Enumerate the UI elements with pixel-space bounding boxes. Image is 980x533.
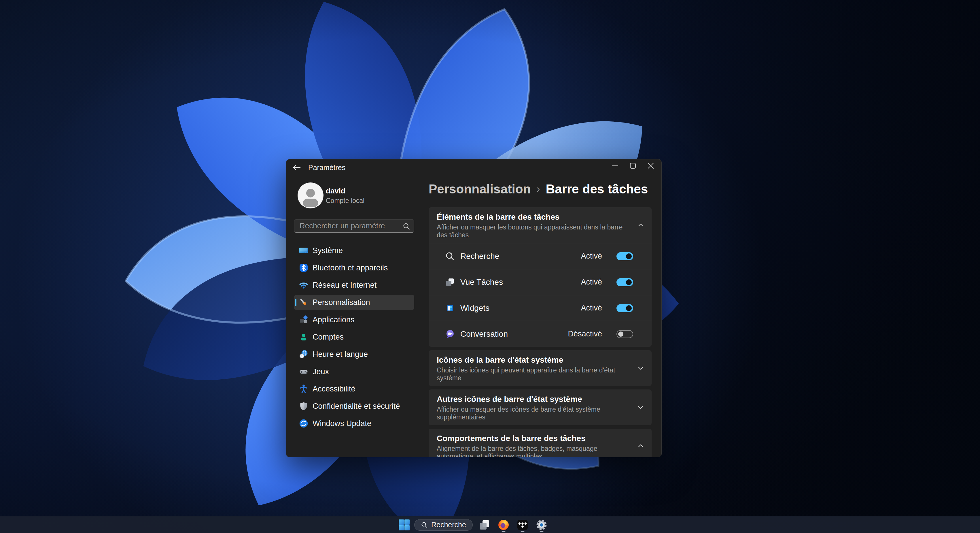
start-button[interactable] — [398, 517, 411, 532]
section-subtitle: Choisir les icônes qui peuvent apparaîtr… — [437, 366, 632, 382]
sidebar-item-personalization[interactable]: Personnalisation — [294, 295, 414, 310]
close-button[interactable] — [642, 160, 660, 172]
accessibility-icon — [299, 384, 309, 394]
toggle-row-label: Recherche — [460, 252, 499, 261]
toggle-switch-task-view[interactable] — [616, 278, 633, 286]
section-header-system-tray-icons[interactable]: Icônes de la barre d'état système Choisi… — [429, 350, 652, 386]
sidebar-item-windows-update[interactable]: Windows Update — [294, 416, 414, 431]
time-language-icon — [299, 349, 309, 359]
minimize-icon — [612, 162, 619, 169]
search-icon — [421, 522, 428, 528]
settings-window: Paramètres — [286, 159, 662, 457]
section-subtitle: Alignement de la barre des tâches, badge… — [437, 445, 632, 457]
sidebar-item-privacy[interactable]: Confidentialité et sécurité — [294, 399, 414, 414]
wifi-icon — [299, 280, 309, 290]
firefox-button[interactable] — [495, 517, 512, 532]
minimize-button[interactable] — [606, 160, 624, 172]
sidebar-item-label: Accessibilité — [313, 385, 355, 394]
section-title: Comportements de la barre des tâches — [437, 434, 632, 443]
sidebar-item-label: Jeux — [313, 367, 329, 376]
personalization-icon — [299, 297, 309, 307]
chevron-up-icon — [636, 221, 645, 229]
search-icon — [445, 251, 455, 262]
tidal-button[interactable] — [514, 517, 531, 532]
sidebar-item-accessibility[interactable]: Accessibilité — [294, 381, 414, 396]
profile-name: david — [326, 187, 364, 195]
sidebar-item-bluetooth[interactable]: Bluetooth et appareils — [294, 260, 414, 275]
task-view-button[interactable] — [476, 517, 493, 532]
profile[interactable]: david Compte local — [298, 182, 364, 208]
close-icon — [647, 162, 654, 169]
sidebar-item-label: Personnalisation — [313, 298, 370, 307]
breadcrumb: Personnalisation › Barre des tâches — [429, 182, 648, 196]
privacy-shield-icon — [299, 401, 309, 411]
sidebar-item-network[interactable]: Réseau et Internet — [294, 278, 414, 293]
toggle-switch-search[interactable] — [616, 252, 633, 260]
task-view-icon — [445, 277, 455, 287]
widgets-icon — [445, 303, 455, 313]
toggle-row-label: Widgets — [460, 303, 489, 313]
sidebar-item-label: Confidentialité et sécurité — [313, 402, 400, 411]
windows-logo-icon — [399, 519, 410, 530]
toggle-status-label: Activé — [581, 252, 602, 260]
sidebar-item-apps[interactable]: Applications — [294, 312, 414, 327]
tidal-icon — [517, 519, 528, 530]
chevron-up-icon — [636, 442, 645, 450]
section-subtitle: Afficher ou masquer des icônes de barre … — [437, 405, 632, 421]
section-header-taskbar-behaviors[interactable]: Comportements de la barre des tâches Ali… — [429, 429, 652, 457]
toggle-status-label: Activé — [581, 303, 602, 313]
sidebar-item-label: Bluetooth et appareils — [313, 263, 388, 273]
window-title: Paramètres — [308, 160, 345, 176]
section-card-system-tray-icons: Icônes de la barre d'état système Choisi… — [429, 350, 652, 386]
gear-icon — [536, 519, 547, 531]
maximize-button[interactable] — [624, 160, 642, 172]
maximize-icon — [629, 162, 636, 169]
breadcrumb-current: Barre des tâches — [546, 182, 648, 196]
breadcrumb-parent[interactable]: Personnalisation — [429, 182, 531, 196]
chevron-down-icon — [636, 364, 645, 372]
firefox-icon — [498, 519, 509, 531]
sidebar-item-system[interactable]: Système — [294, 243, 414, 258]
games-icon — [299, 367, 309, 377]
toggle-row-task-view: Vue Tâches Activé — [429, 269, 652, 295]
toggle-row-label: Vue Tâches — [460, 278, 503, 287]
back-button[interactable] — [290, 162, 303, 173]
sidebar-item-label: Windows Update — [313, 419, 371, 428]
settings-search-input[interactable] — [294, 220, 414, 232]
sidebar-item-accounts[interactable]: Comptes — [294, 329, 414, 345]
apps-icon — [299, 315, 309, 325]
sidebar-item-label: Applications — [313, 315, 355, 324]
system-icon — [299, 246, 309, 255]
section-card-taskbar-behaviors: Comportements de la barre des tâches Ali… — [429, 429, 652, 457]
chevron-down-icon — [636, 403, 645, 411]
section-card-taskbar-items: Éléments de la barre des tâches Afficher… — [429, 207, 652, 347]
search-icon — [402, 222, 410, 230]
section-card-other-tray-icons: Autres icônes de barre d'état système Af… — [429, 389, 652, 425]
taskbar-search[interactable]: Recherche — [414, 519, 473, 531]
sidebar-item-games[interactable]: Jeux — [294, 364, 414, 379]
taskbar: Recherche — [0, 516, 980, 533]
toggle-row-chat: Conversation Désactivé — [429, 321, 652, 347]
section-subtitle: Afficher ou masquer les boutons qui appa… — [437, 223, 632, 239]
chat-icon — [445, 329, 455, 339]
back-arrow-icon — [291, 163, 301, 172]
sidebar-item-time-language[interactable]: Heure et langue — [294, 347, 414, 362]
sidebar-item-label: Comptes — [313, 333, 344, 342]
settings-search — [294, 219, 414, 233]
avatar — [298, 182, 323, 208]
toggle-row-search: Recherche Activé — [429, 243, 652, 269]
section-header-other-tray-icons[interactable]: Autres icônes de barre d'état système Af… — [429, 389, 652, 425]
toggle-switch-widgets[interactable] — [616, 304, 633, 312]
toggle-switch-chat[interactable] — [616, 330, 633, 338]
section-title: Éléments de la barre des tâches — [437, 212, 632, 222]
sidebar-nav: Système Bluetooth et appareils Réseau et… — [294, 243, 414, 433]
bluetooth-icon — [299, 263, 309, 273]
task-view-icon — [479, 519, 490, 530]
sidebar-item-label: Réseau et Internet — [313, 281, 377, 290]
profile-account-type: Compte local — [326, 197, 364, 205]
toggle-row-label: Conversation — [460, 329, 508, 339]
section-header-taskbar-items[interactable]: Éléments de la barre des tâches Afficher… — [429, 207, 652, 243]
settings-taskbar-button[interactable] — [533, 517, 550, 532]
sidebar-item-label: Heure et langue — [313, 350, 368, 359]
windows-update-icon — [299, 418, 309, 428]
